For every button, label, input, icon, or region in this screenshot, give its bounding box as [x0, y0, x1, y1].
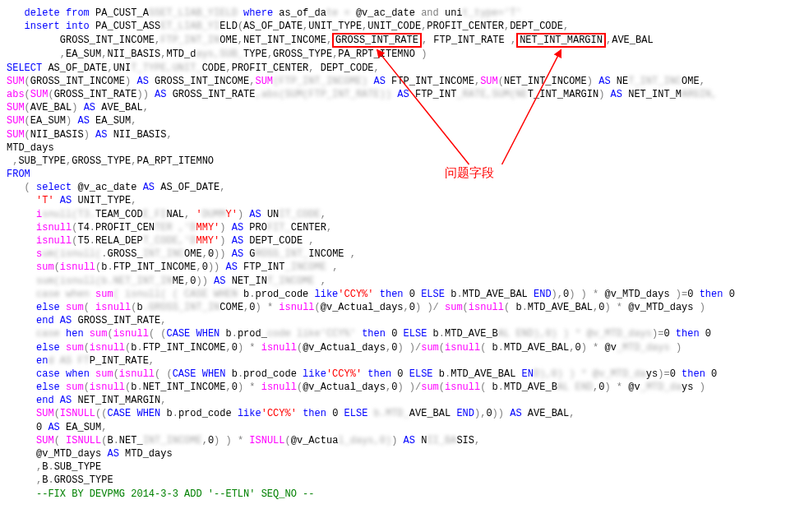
- code-line: SUM(GROSS_INT_INCOME) AS GROSS_INT_INCOM…: [7, 75, 797, 88]
- code-line: delete from PA_CUST_ASSET_LIAB_YIELD whe…: [7, 7, 797, 20]
- code-line: else sum( isnull(b.GROSS_INT_INCOME,0) *…: [7, 301, 797, 314]
- code-line: sum(isnull(.GROSS_INT_INCOME,0)) AS GROS…: [7, 247, 797, 261]
- code-line: ,B.GROSS_TYPE: [7, 474, 797, 487]
- code-line: SUM(ISNULL((CASE WHEN b.prod_code like'C…: [7, 407, 797, 420]
- code-line: end AS NET_INT_MARGIN,: [7, 394, 797, 407]
- code-line: 0 AS EA_SUM,: [7, 421, 797, 434]
- code-line: abs(SUM(GROSS_INT_RATE)) AS GROSS_INT_RA…: [7, 88, 797, 101]
- code-line: ,B.SUB_TYPE: [7, 460, 797, 474]
- code-line: end AS FTP_INT_RATE,: [7, 354, 797, 368]
- code-line: 'T' AS UNIT_TYPE,: [7, 194, 797, 207]
- code-line: SUM(EA_SUM) AS EA_SUM,: [7, 114, 797, 127]
- code-line: case hen sum(isnull( (CASE WHEN b.prod_c…: [7, 327, 797, 340]
- annotation-label: 问题字段: [445, 164, 494, 181]
- code-line: ( select @v_ac_date AS AS_OF_DATE,: [7, 181, 797, 194]
- code-line: case when sum(isnull( (CASE WHEN b.prod_…: [7, 368, 797, 381]
- highlight-box-1: GROSS_INT_RATE: [332, 33, 422, 48]
- code-line: FROM: [7, 168, 797, 181]
- code-line: SUM(NII_BASIS) AS NII_BASIS,: [7, 128, 797, 141]
- code-line: isnull(T5.RELA_DEPT_CODE,'DMMY') AS DEPT…: [7, 234, 797, 247]
- code-line: isnull(T4.PROFIT_CENTER ,'DMMY') AS PROF…: [7, 221, 797, 234]
- code-line: end AS GROSS_INT_RATE,: [7, 314, 797, 327]
- code-line: ,EA_SUM,NII_BASIS,MTD_days,SUB_TYPE,GROS…: [7, 48, 797, 61]
- code-line: --FIX BY DEVPMG 2014-3-3 ADD '--ETLN' SE…: [7, 488, 797, 501]
- code-line: isnull(T3.TEAM_CODE_FINAL, 'DUMMY') AS U…: [7, 208, 797, 221]
- code-line: GROSS_INT_INCOME,FTP_INT_INOME,NET_INT_I…: [7, 33, 797, 48]
- code-line: else sum(isnull(b.NET_INT_INCOME,0) * is…: [7, 381, 797, 394]
- code-line: MTD_days: [7, 141, 797, 155]
- code-container: delete from PA_CUST_ASSET_LIAB_YIELD whe…: [7, 7, 797, 501]
- code-line: SUM( ISNULL(B.NET_INT_INCOME,0) ) * ISNU…: [7, 434, 797, 447]
- code-line: case when sum( isnull( ( CASE WHEN b.pro…: [7, 288, 797, 301]
- code-line: SUM(AVE_BAL) AS AVE_BAL,: [7, 101, 797, 114]
- code-line: sum(isnull(b.FTP_INT_INCOME,0)) AS FTP_I…: [7, 261, 797, 274]
- code-line: sum(isnull(b.NET_INT_INME,0)) AS NET_INT…: [7, 275, 797, 288]
- code-line: ,SUB_TYPE,GROSS_TYPE,PA_RPT_ITEMNO: [7, 155, 797, 168]
- code-line: insert into PA_CUST_ASSET_LIAB_YIELD(AS_…: [7, 20, 797, 33]
- code-line: @v_MTD_days AS MTD_days: [7, 447, 797, 460]
- code-line: else sum(isnull(b.FTP_INT_INCOME,0) * is…: [7, 341, 797, 354]
- code-line: SELECT AS_OF_DATE,UNIT_TYPE,UNIT_CODE,PR…: [7, 62, 797, 75]
- highlight-box-2: NET_INT_MARGIN: [516, 33, 606, 48]
